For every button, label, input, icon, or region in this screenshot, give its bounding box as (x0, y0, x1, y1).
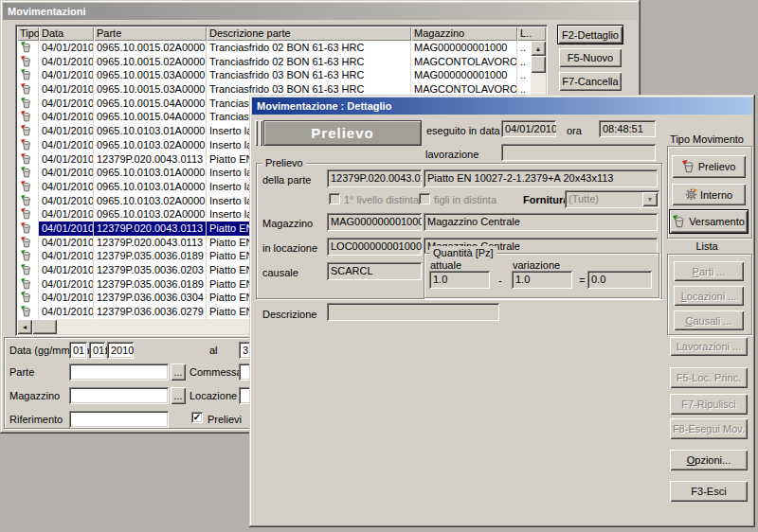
lista-label: Lista (663, 240, 750, 252)
riferimento-field[interactable] (69, 411, 169, 428)
table-header: Tipo Data Parte Descrizione parte Magazz… (17, 27, 546, 41)
col-l[interactable]: L.. (517, 27, 546, 41)
magazzino-browse-button[interactable]: ... (171, 387, 186, 404)
scroll-left-icon[interactable]: ◄ (17, 319, 32, 334)
movement-type-icon (17, 124, 39, 138)
interno-type-button[interactable]: Interno (672, 184, 746, 205)
prelievo-type-button[interactable]: Prelievo (672, 155, 746, 178)
fornitura-dropdown: (Tutte) ▼ (565, 190, 659, 208)
locazione-code-field[interactable]: LOC000000001000 (327, 238, 422, 256)
main-titlebar[interactable]: Movimentazioni (3, 3, 638, 20)
variazione-field[interactable]: 1.0 (512, 271, 572, 289)
in-locazione-label: in locazione (262, 242, 317, 254)
movement-type-icon (17, 68, 39, 82)
dettaglio-dialog: Movimentazione : Dettaglio Prelievo eseg… (249, 95, 755, 527)
eseguito-label: eseguito in data (426, 125, 500, 136)
scroll-up-icon[interactable]: ▲ (531, 41, 546, 56)
commessa-label: Commessa (190, 366, 243, 378)
table-row[interactable]: 04/01/2010 0965.10.0015.02A0000 Trancias… (17, 41, 531, 55)
opzioni-button[interactable]: Opzioni... (670, 450, 748, 470)
cell-descrizione: Tranciasfrido 02 BON 61-63 HRC (207, 41, 411, 55)
cell-l: .. (517, 55, 531, 69)
check-icon: ✓ (193, 413, 201, 422)
cell-data: 04/01/2010 (39, 124, 94, 138)
cell-magazzino: MAG000000001000 (411, 68, 517, 82)
movement-type-icon (17, 41, 39, 55)
risultato-field[interactable]: 0.0 (587, 271, 652, 289)
causale-label: causale (262, 267, 298, 278)
magazzino-code-field[interactable]: MAG000000001000 (327, 213, 422, 231)
causale-field[interactable]: SCARCL (327, 262, 422, 280)
prelievi-checkbox[interactable]: ✓ (191, 412, 203, 423)
cell-data: 04/01/2010 (39, 291, 94, 305)
nuovo-button[interactable]: F5-Nuovo (559, 48, 622, 67)
col-magazzino[interactable]: Magazzino (411, 27, 517, 41)
cell-data: 04/01/2010 (39, 180, 94, 194)
col-descrizione[interactable]: Descrizione parte (207, 27, 411, 41)
table-row[interactable]: 04/01/2010 0965.10.0015.02A0000 Trancias… (17, 55, 531, 69)
gear-icon (685, 188, 697, 201)
cell-data: 04/01/2010 (39, 110, 94, 124)
cell-parte: 0965.10.0015.02A0000 (94, 55, 207, 69)
cancella-button[interactable]: F7-Cancella (559, 72, 622, 91)
della-parte-label: della parte (262, 174, 311, 186)
col-data[interactable]: Data (39, 27, 94, 41)
lavorazione-field[interactable] (501, 144, 656, 161)
cell-data: 04/01/2010 (39, 194, 94, 208)
variazione-label: variazione (513, 259, 560, 271)
col-parte[interactable]: Parte (94, 27, 207, 41)
attuale-field[interactable]: 1.0 (429, 271, 490, 289)
table-row[interactable]: 04/01/2010 0965.10.0015.03A0000 Trancias… (17, 68, 531, 82)
dialog-titlebar[interactable]: Movimentazione : Dettaglio (252, 98, 752, 115)
ripulisci-button: F7-Ripulisci (670, 394, 748, 415)
cell-l: .. (517, 68, 531, 82)
magazzino-desc-field[interactable]: Magazzino Centrale (424, 213, 658, 231)
movement-type-icon (17, 222, 39, 236)
parte-browse-button[interactable]: ... (171, 364, 186, 381)
dal-day-field[interactable]: 01 (69, 342, 87, 359)
versamento-type-button[interactable]: Versamento (669, 209, 749, 234)
eseguito-field[interactable]: 04/01/2010 (501, 120, 556, 137)
vscroll-thumb[interactable] (531, 56, 546, 73)
parte-code-field[interactable]: 12379P.020.0043.01 (327, 169, 422, 187)
lavorazione-label: lavorazione (425, 149, 478, 160)
riferimento-label: Riferimento (9, 414, 63, 425)
magazzino-field[interactable] (69, 387, 169, 404)
movement-type-icon (17, 277, 39, 292)
cell-parte: 12379P.020.0043.0113 (94, 222, 207, 236)
cell-data: 04/01/2010 (39, 166, 94, 180)
cell-data: 04/01/2010 (39, 68, 94, 82)
ora-field[interactable]: 08:48:51 (599, 120, 656, 137)
esci-button[interactable]: F3-Esci (670, 481, 748, 502)
bin-green-icon (673, 215, 686, 228)
esegui-mov-button: F8-Esegui Mov. (670, 418, 748, 439)
cell-parte: 12379P.036.0036.0304 (94, 291, 207, 305)
descrizione-field[interactable] (327, 303, 499, 321)
movement-type-icon (17, 152, 39, 167)
cell-parte: 0965.10.0103.01A0000 (94, 180, 207, 194)
dal-year-field[interactable]: 2010 (107, 342, 134, 359)
cell-parte: 12379P.036.0036.0279 (94, 305, 207, 319)
hscroll-thumb[interactable] (32, 319, 57, 334)
movement-type-icon (17, 291, 39, 305)
movement-banner: Prelievo (263, 120, 422, 146)
cell-parte: 0965.10.0015.02A0000 (94, 41, 207, 55)
parte-field[interactable] (69, 364, 169, 381)
cell-parte: 0965.10.0015.03A0000 (94, 68, 207, 82)
movement-type-icon (17, 249, 39, 263)
movement-type-icon (17, 305, 39, 319)
cell-data: 04/01/2010 (39, 152, 94, 167)
dal-month-field[interactable]: 01 (89, 342, 105, 359)
dettaglio-button[interactable]: F2-Dettaglio (557, 25, 623, 44)
col-tipo[interactable]: Tipo (17, 27, 39, 41)
parte-desc-field[interactable]: Piatto EN 10027-2-1.2379+A 20x43x113 (424, 169, 658, 187)
movement-type-icon (17, 82, 39, 97)
movement-type-icon (17, 110, 39, 124)
cell-data: 04/01/2010 (39, 222, 94, 236)
cell-parte: 0965.10.0103.02A0000 (94, 207, 207, 222)
bin-red-icon (682, 160, 695, 173)
movement-type-icon (17, 263, 39, 277)
fornitura-label: Fornitura (523, 194, 568, 205)
cell-data: 04/01/2010 (39, 41, 94, 55)
quantita-group-title: Quantità [Pz] (430, 246, 496, 259)
